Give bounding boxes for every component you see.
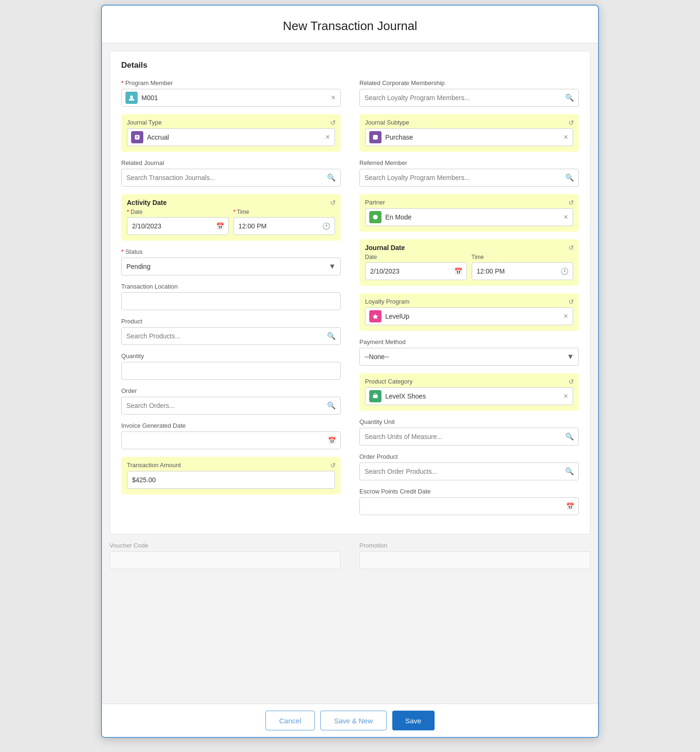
order-label: Order <box>121 387 341 394</box>
partner-label: Partner <box>365 199 573 206</box>
loyalty-program-field[interactable] <box>385 313 563 320</box>
journal-date-field-group: Date 📅 <box>365 254 467 280</box>
quantity-label: Quantity <box>121 352 341 360</box>
journal-time-sublabel: Time <box>472 254 574 260</box>
transaction-amount-input[interactable] <box>127 471 335 489</box>
activity-date-input[interactable] <box>127 217 229 235</box>
invoice-date-group: Invoice Generated Date 📅 <box>121 422 341 449</box>
status-select-wrapper: Pending ▼ <box>121 258 341 275</box>
journal-date-label: Journal Date <box>365 244 573 251</box>
product-category-reset-icon[interactable]: ↺ <box>568 378 574 385</box>
referred-member-wrapper: 🔍 <box>359 169 579 187</box>
product-category-field[interactable] <box>385 392 563 400</box>
journal-subtype-field[interactable] <box>385 133 563 141</box>
journal-subtype-input-wrapper[interactable]: × <box>365 128 573 146</box>
voucher-code-input <box>109 551 341 569</box>
journal-subtype-label: Journal Subtype <box>365 119 573 126</box>
section-title: Details <box>121 61 579 70</box>
product-category-input-wrapper[interactable]: × <box>365 387 573 405</box>
transaction-amount-group: ↺ Transaction Amount <box>121 457 341 494</box>
product-wrapper: 🔍 <box>121 327 341 345</box>
activity-time-input[interactable] <box>233 217 335 235</box>
quantity-input[interactable] <box>121 362 341 380</box>
journal-type-clear[interactable]: × <box>325 133 331 141</box>
escrow-points-group: Escrow Points Credit Date 📅 <box>359 488 579 515</box>
promotion-label: Promotion <box>359 542 591 549</box>
payment-method-label: Payment Method <box>359 338 579 345</box>
activity-time-wrapper: 🕐 <box>233 217 335 235</box>
transaction-location-label: Transaction Location <box>121 283 341 290</box>
journal-type-reset-icon[interactable]: ↺ <box>330 119 336 126</box>
activity-date-field-group: Date 📅 <box>127 209 229 235</box>
payment-method-select[interactable]: --None-- <box>359 348 579 366</box>
referred-member-label: Referred Member <box>359 159 579 166</box>
product-label: Product <box>121 318 341 325</box>
cancel-button[interactable]: Cancel <box>265 711 315 730</box>
order-input[interactable] <box>121 397 341 415</box>
loyalty-program-reset-icon[interactable]: ↺ <box>568 298 574 306</box>
modal-title: New Transaction Journal <box>111 19 589 33</box>
journal-subtype-clear[interactable]: × <box>563 133 569 141</box>
modal-body: Details Program Member × <box>102 43 598 704</box>
bottom-partial: Voucher Code Promotion <box>102 542 598 574</box>
transaction-location-input[interactable] <box>121 292 341 310</box>
journal-subtype-reset-icon[interactable]: ↺ <box>568 119 574 126</box>
activity-date-wrapper: 📅 <box>127 217 229 235</box>
loyalty-program-icon <box>369 310 381 322</box>
activity-date-label: Activity Date <box>127 199 335 206</box>
escrow-points-input[interactable] <box>359 497 579 515</box>
product-category-group: ↺ Product Category × <box>359 373 579 411</box>
save-button[interactable]: Save <box>392 711 435 730</box>
loyalty-program-input-wrapper[interactable]: × <box>365 307 573 325</box>
payment-method-group: Payment Method --None-- ▼ <box>359 338 579 366</box>
time-sublabel: Time <box>233 209 335 215</box>
status-select[interactable]: Pending <box>121 258 341 275</box>
partner-input-wrapper[interactable]: × <box>365 208 573 226</box>
product-input[interactable] <box>121 327 341 345</box>
promotion-input <box>359 551 591 569</box>
transaction-amount-reset-icon[interactable]: ↺ <box>330 462 336 469</box>
partner-group: ↺ Partner × <box>359 194 579 232</box>
journal-type-field[interactable] <box>147 133 325 141</box>
activity-date-reset-icon[interactable]: ↺ <box>330 199 336 206</box>
related-corporate-wrapper: 🔍 <box>359 89 579 107</box>
partner-field[interactable] <box>385 213 563 221</box>
journal-date-reset-icon[interactable]: ↺ <box>568 244 574 251</box>
invoice-date-input[interactable] <box>121 431 341 449</box>
related-journal-wrapper: 🔍 <box>121 169 341 187</box>
escrow-points-label: Escrow Points Credit Date <box>359 488 579 495</box>
voucher-code-partial: Voucher Code <box>109 542 341 569</box>
program-member-clear[interactable]: × <box>330 94 336 102</box>
date-sublabel: Date <box>127 209 229 215</box>
program-member-field[interactable] <box>141 94 330 102</box>
quantity-group: Quantity <box>121 352 341 380</box>
invoice-date-wrapper: 📅 <box>121 431 341 449</box>
svg-point-5 <box>373 215 378 219</box>
journal-type-input-wrapper[interactable]: × <box>127 128 335 146</box>
product-category-clear[interactable]: × <box>563 392 569 400</box>
related-journal-field[interactable] <box>121 169 341 187</box>
order-product-group: Order Product 🔍 <box>359 453 579 480</box>
svg-rect-7 <box>373 395 378 398</box>
partner-clear[interactable]: × <box>563 213 569 221</box>
save-new-button[interactable]: Save & New <box>320 711 387 730</box>
referred-member-group: Referred Member 🔍 <box>359 159 579 187</box>
journal-date-input[interactable] <box>365 262 467 280</box>
loyalty-program-clear[interactable]: × <box>563 313 569 320</box>
program-member-label: Program Member <box>121 79 341 86</box>
status-label: Status <box>121 248 341 255</box>
quantity-unit-input[interactable] <box>359 428 579 446</box>
product-group: Product 🔍 <box>121 318 341 345</box>
journal-time-input[interactable] <box>472 262 574 280</box>
related-corporate-input[interactable] <box>359 89 579 107</box>
journal-type-icon <box>131 131 143 143</box>
related-corporate-group: Related Corporate Membership 🔍 <box>359 79 579 107</box>
promotion-partial: Promotion <box>359 542 591 569</box>
order-product-input[interactable] <box>359 462 579 480</box>
modal-container: New Transaction Journal Details Program … <box>101 5 599 738</box>
modal-footer: Cancel Save & New Save <box>102 704 598 737</box>
program-member-input-wrapper[interactable]: × <box>121 89 341 107</box>
referred-member-input[interactable] <box>359 169 579 187</box>
partner-reset-icon[interactable]: ↺ <box>568 199 574 206</box>
loyalty-program-label: Loyalty Program <box>365 298 573 305</box>
